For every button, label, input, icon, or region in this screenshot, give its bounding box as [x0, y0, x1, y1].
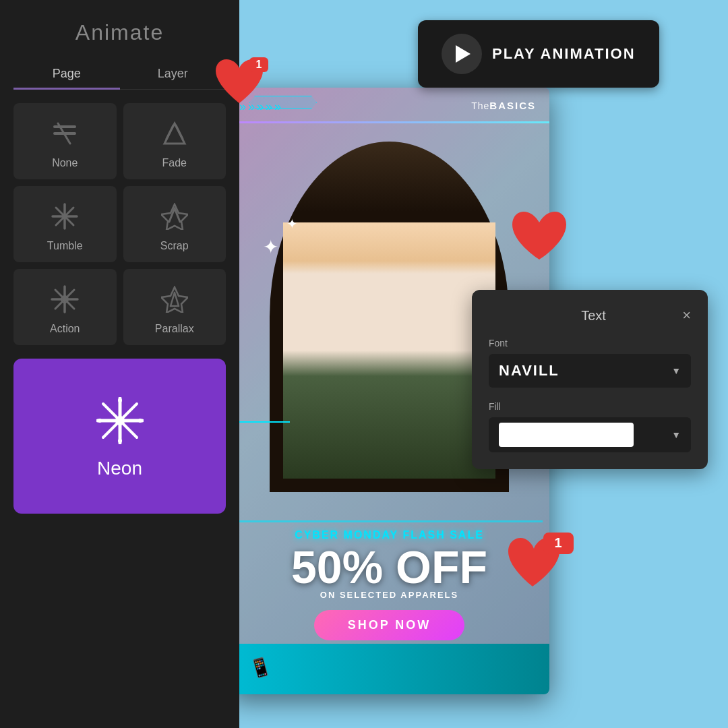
heart-icon-1: 1 — [209, 51, 270, 111]
fill-selector[interactable]: ▼ — [489, 417, 691, 452]
shop-now-button[interactable]: SHOP NOW — [314, 610, 465, 640]
svg-line-5 — [176, 125, 183, 139]
anim-tumble-label: Tumble — [47, 240, 83, 252]
anim-tumble[interactable]: Tumble — [13, 186, 117, 262]
action-icon — [48, 282, 82, 316]
svg-text:1: 1 — [554, 535, 562, 550]
neon-icon — [93, 394, 147, 448]
heart-notification-1: 1 — [209, 51, 270, 111]
big-heart-svg — [509, 206, 570, 263]
neon-label: Neon — [97, 458, 142, 479]
play-triangle-icon — [456, 45, 471, 63]
anim-scrap-label: Scrap — [160, 240, 189, 252]
tab-page[interactable]: Page — [13, 59, 120, 89]
fill-label: Fill — [489, 401, 691, 412]
text-panel-header: Text × — [489, 307, 691, 324]
anim-parallax-label: Parallax — [155, 323, 194, 335]
heart-notification-2: 1 — [504, 529, 575, 599]
text-panel: Text × Font NAVILL ▼ Fill ▼ — [472, 290, 708, 469]
sale-section: CYBER MONDAY FLASH SALE 50% OFF ON SELEC… — [229, 529, 549, 640]
svg-point-29 — [118, 439, 122, 443]
panel-title: Animate — [0, 0, 239, 59]
font-dropdown-arrow: ▼ — [671, 365, 681, 376]
svg-point-31 — [138, 419, 142, 423]
top-bar-line — [229, 121, 549, 123]
parallax-icon — [158, 282, 191, 316]
anim-action[interactable]: Action — [13, 269, 117, 345]
sale-content: CYBER MONDAY FLASH SALE 50% OFF ON SELEC… — [243, 529, 536, 640]
svg-marker-3 — [164, 123, 185, 144]
person-body — [283, 222, 495, 479]
tumble-icon — [48, 200, 82, 233]
brand-text: TheBASICS — [471, 100, 536, 111]
frame-tl-decoration — [236, 421, 290, 462]
sparkle-2: ✦ — [286, 216, 298, 232]
anim-fade[interactable]: Fade — [123, 103, 226, 179]
scrap-icon — [158, 200, 191, 233]
font-value: NAVILL — [499, 362, 559, 380]
fill-color-swatch[interactable] — [499, 423, 634, 447]
canvas-bottom-bar: 📱 — [229, 644, 549, 694]
anim-none-label: None — [52, 157, 78, 169]
fill-dropdown-arrow: ▼ — [671, 429, 681, 440]
play-icon — [442, 34, 482, 74]
animation-grid: None Fade — [0, 90, 239, 359]
play-animation-button[interactable]: PLAY ANIMATION — [418, 20, 659, 88]
sparkle-1: ✦ — [263, 236, 278, 258]
font-label: Font — [489, 338, 691, 348]
svg-point-28 — [118, 398, 122, 402]
anim-action-label: Action — [50, 323, 80, 335]
anim-neon-selected[interactable]: Neon — [13, 359, 226, 514]
heart-icon-2: 1 — [504, 529, 575, 597]
svg-point-27 — [115, 416, 125, 425]
no-entry-icon — [48, 117, 82, 150]
sale-line-top — [236, 520, 543, 522]
text-panel-title: Text — [505, 308, 682, 324]
svg-point-30 — [98, 419, 102, 423]
animate-panel: Animate Page Layer None — [0, 0, 239, 728]
fade-icon — [158, 117, 191, 150]
svg-point-10 — [62, 214, 67, 219]
discount-text: 50% OFF — [249, 544, 529, 590]
tabs-row: Page Layer — [13, 59, 226, 90]
anim-scrap[interactable]: Scrap — [123, 186, 226, 262]
text-panel-close-button[interactable]: × — [682, 307, 691, 324]
anim-none[interactable]: None — [13, 103, 117, 179]
play-button-label: PLAY ANIMATION — [492, 45, 636, 63]
anim-fade-label: Fade — [162, 157, 187, 169]
svg-line-4 — [166, 125, 173, 139]
cyber-text: CYBER MONDAY FLASH SALE — [249, 529, 529, 541]
font-selector[interactable]: NAVILL ▼ — [489, 354, 691, 388]
anim-parallax[interactable]: Parallax — [123, 269, 226, 345]
big-heart-decoration — [509, 206, 570, 266]
svg-text:1: 1 — [256, 59, 262, 70]
svg-marker-19 — [161, 287, 188, 313]
